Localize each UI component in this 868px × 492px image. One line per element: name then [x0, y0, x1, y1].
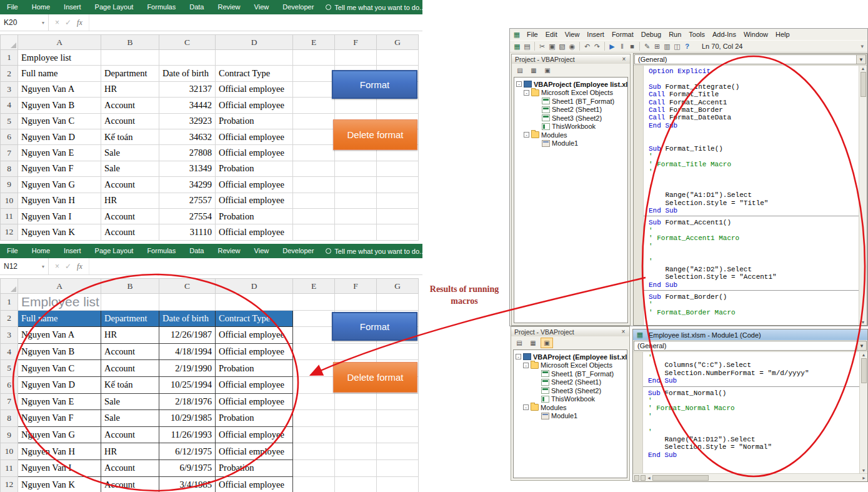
row-header-11[interactable]: 11 — [1, 459, 18, 476]
cell[interactable]: Nguyen Van B — [18, 98, 101, 113]
cell[interactable] — [293, 161, 335, 176]
row-header-9[interactable]: 9 — [1, 426, 18, 443]
break-icon[interactable]: ‖ — [617, 41, 627, 51]
cell[interactable] — [377, 50, 419, 66]
row-header-10[interactable]: 10 — [1, 443, 18, 460]
column-header-C[interactable]: C — [159, 279, 216, 294]
cell[interactable] — [377, 426, 419, 443]
cell[interactable]: 3/4/1985 — [159, 476, 216, 492]
cell[interactable] — [293, 50, 335, 66]
cell[interactable] — [335, 50, 377, 66]
cell[interactable] — [377, 177, 419, 193]
cell[interactable]: Nguyen Van E — [18, 145, 101, 161]
object-dropdown[interactable]: (General) ▼ — [634, 341, 867, 351]
cell[interactable]: Probation — [216, 410, 293, 427]
cell[interactable]: Account — [101, 343, 159, 360]
cell[interactable] — [216, 294, 293, 311]
cell[interactable]: Department — [101, 310, 159, 327]
paste-icon[interactable]: ▧ — [557, 41, 567, 51]
cell[interactable]: Contract Type — [216, 66, 293, 81]
cell[interactable]: Nguyen Van A — [18, 81, 101, 97]
cell[interactable]: Account — [101, 177, 159, 193]
view-object-button[interactable]: ▦ — [527, 65, 540, 76]
toolbar-options-icon[interactable]: ▾ — [861, 43, 864, 49]
tree-item[interactable]: Sheet1 (BT_Format) — [514, 97, 627, 106]
row-header-6[interactable]: 6 — [1, 129, 18, 144]
ribbon-tab-home[interactable]: Home — [25, 0, 57, 14]
scrollbar-thumb[interactable] — [861, 358, 867, 383]
enter-icon[interactable]: ✓ — [65, 262, 71, 271]
cell[interactable]: Kế toán — [101, 129, 159, 144]
cell[interactable] — [159, 294, 216, 311]
scroll-left-icon[interactable]: ◄ — [647, 476, 651, 480]
cell[interactable] — [293, 459, 335, 476]
cell[interactable]: Department — [101, 66, 159, 81]
vba-menu-edit[interactable]: Edit — [542, 30, 561, 39]
cell[interactable]: Sale — [101, 145, 159, 161]
cell[interactable]: 34299 — [159, 177, 216, 193]
column-header-F[interactable]: F — [335, 279, 377, 294]
insert-function-icon[interactable]: fx — [77, 18, 82, 28]
cell[interactable]: Contract Type — [216, 310, 293, 327]
cell[interactable] — [377, 208, 419, 224]
undo-icon[interactable]: ↶ — [582, 41, 592, 51]
tree-item[interactable]: Sheet1 (BT_Format) — [514, 369, 627, 378]
cell[interactable] — [377, 343, 419, 360]
cell[interactable]: Nguyen Van F — [18, 410, 101, 427]
cell[interactable]: 12/26/1987 — [159, 327, 216, 344]
cell[interactable] — [335, 224, 377, 240]
select-all-corner[interactable] — [1, 35, 18, 50]
cell[interactable]: Official employee — [216, 98, 293, 113]
cell[interactable]: Probation — [216, 161, 293, 176]
cell[interactable]: Official employee — [216, 376, 293, 393]
cell[interactable]: Official employee — [216, 393, 293, 410]
cell[interactable] — [159, 50, 216, 66]
scroll-down-icon[interactable]: ▼ — [861, 320, 866, 324]
collapse-icon[interactable]: - — [523, 404, 529, 410]
column-header-G[interactable]: G — [377, 279, 419, 294]
tree-item[interactable]: -Microsoft Excel Objects — [514, 361, 627, 370]
cancel-icon[interactable]: × — [55, 18, 59, 27]
cell[interactable] — [293, 376, 335, 393]
cell[interactable]: Account — [101, 426, 159, 443]
row-header-5[interactable]: 5 — [1, 360, 18, 377]
ribbon-tab-formulas[interactable]: Formulas — [140, 0, 182, 14]
ribbon-tab-formulas[interactable]: Formulas — [140, 244, 182, 258]
object-dropdown[interactable]: (General) ▼ — [634, 54, 866, 64]
redo-icon[interactable]: ↷ — [592, 41, 602, 51]
row-header-5[interactable]: 5 — [1, 113, 18, 129]
row-header-1[interactable]: 1 — [1, 50, 18, 66]
ribbon-tab-review[interactable]: Review — [211, 0, 247, 14]
vba-menu-tools[interactable]: Tools — [685, 30, 709, 39]
formula-input[interactable] — [89, 258, 422, 274]
collapse-icon[interactable]: - — [524, 90, 529, 96]
delete-format-button[interactable]: Delete format — [333, 119, 417, 150]
cell[interactable]: Sale — [101, 393, 159, 410]
name-box-dropdown-icon[interactable]: ▾ — [42, 264, 44, 269]
cell[interactable]: 27557 — [159, 193, 216, 208]
scroll-right-icon[interactable]: ► — [862, 476, 866, 480]
ribbon-tab-data[interactable]: Data — [182, 0, 211, 14]
cell[interactable]: 2/19/1990 — [159, 360, 216, 377]
tree-item[interactable]: -VBAProject (Employee list.xlsm) — [514, 353, 627, 361]
cell[interactable]: 6/9/1975 — [159, 459, 216, 476]
cell[interactable] — [293, 294, 335, 311]
cell[interactable]: Nguyen Van B — [18, 343, 101, 360]
cut-icon[interactable]: ✂ — [537, 41, 547, 51]
cell[interactable] — [101, 50, 159, 66]
cell[interactable] — [335, 177, 377, 193]
ribbon-tab-developer[interactable]: Developer — [276, 0, 321, 14]
cell[interactable] — [293, 98, 335, 113]
cell[interactable]: Account — [101, 476, 159, 492]
code-window-titlebar[interactable]: ▦ Employee list.xlsm - Module1 (Code) — [633, 329, 867, 340]
row-header-12[interactable]: 12 — [1, 476, 18, 492]
cell[interactable]: HR — [101, 327, 159, 344]
cell[interactable] — [293, 426, 335, 443]
ribbon-tab-insert[interactable]: Insert — [57, 244, 88, 258]
column-header-B[interactable]: B — [101, 279, 159, 294]
cell[interactable]: 27554 — [159, 208, 216, 224]
vertical-scrollbar[interactable]: ▲ ▼ — [859, 66, 867, 325]
tree-item[interactable]: ThisWorkbook — [514, 395, 627, 404]
cell[interactable] — [293, 224, 335, 240]
cell[interactable]: Official employee — [216, 145, 293, 161]
